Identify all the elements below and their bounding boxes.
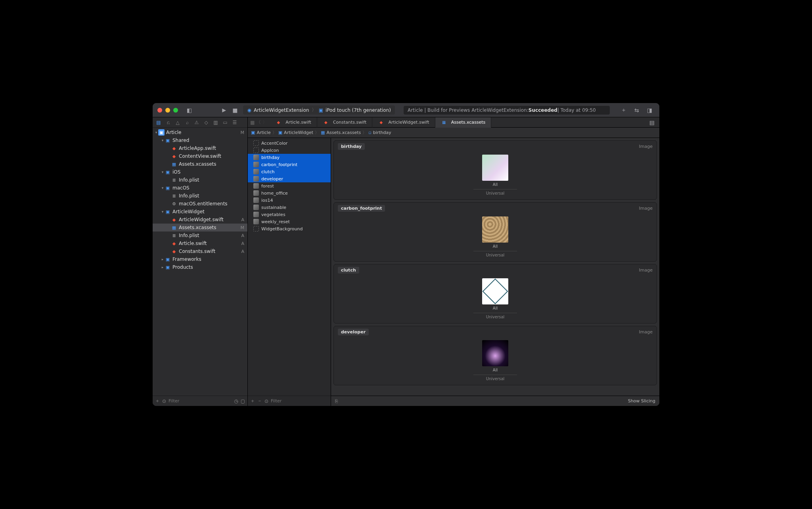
scheme-selector[interactable]: ◉ ArticleWidgetExtension 〉 ▣ iPod touch … <box>243 105 395 115</box>
asset-catalog-body: AccentColorAppIconbirthdaycarbon_footpri… <box>248 138 659 406</box>
sidebar-left-icon[interactable]: ◧ <box>184 107 194 113</box>
nav-back-icon[interactable]: 〈 <box>256 119 261 126</box>
asset-item-appicon[interactable]: AppIcon <box>248 147 331 154</box>
crumb-article[interactable]: ▣Article <box>251 130 271 135</box>
asset-detail-groups: birthday Image All Universal carbon_foot… <box>331 138 659 396</box>
tab-assets.xcassets[interactable]: ▦Assets.xcassets <box>435 117 492 128</box>
report-navigator-tab[interactable]: ☰ <box>230 118 239 127</box>
file-assets.xcassets[interactable]: ▦Assets.xcassetsM <box>153 224 247 232</box>
group-ios[interactable]: ▾▣iOS <box>153 168 247 176</box>
group-title: developer <box>338 329 369 335</box>
nav-forward-icon[interactable]: 〉 <box>262 119 267 126</box>
crumb-articlewidget[interactable]: ▣ArticleWidget <box>278 130 313 135</box>
asset-filter-icon[interactable]: ⊙ <box>264 398 268 404</box>
scheme-target: ArticleWidgetExtension <box>254 107 309 113</box>
run-button[interactable]: ▶ <box>220 107 228 113</box>
asset-item-accentcolor[interactable]: AccentColor <box>248 140 331 147</box>
filter-scope-icon[interactable]: ⊙ <box>162 398 166 404</box>
image-slot[interactable]: All Universal <box>473 340 517 381</box>
run-controls: ▶ ■ <box>220 107 240 113</box>
symbol-navigator-tab[interactable]: △ <box>173 118 182 127</box>
project-navigator-tab[interactable]: ▤ <box>154 118 163 127</box>
asset-group-developer: developer Image All Universal <box>333 326 657 385</box>
group-products[interactable]: ▸▣Products <box>153 263 247 271</box>
test-navigator-tab[interactable]: ◇ <box>202 118 211 127</box>
image-thumbnail <box>482 340 508 366</box>
find-navigator-tab[interactable]: ⌕ <box>183 118 192 127</box>
image-thumbnail <box>482 155 508 181</box>
image-slot[interactable]: All Universal <box>473 278 517 319</box>
image-slot[interactable]: All Universal <box>473 155 517 195</box>
asset-item-ios14[interactable]: ios14 <box>248 197 331 204</box>
asset-item-home_office[interactable]: home_office <box>248 189 331 197</box>
file-info.plist[interactable]: ≣Info.plist <box>153 192 247 200</box>
navigator-filter-input[interactable] <box>169 398 232 404</box>
tab-article.swift[interactable]: ◆Article.swift <box>270 117 317 128</box>
stop-button[interactable]: ■ <box>230 107 240 113</box>
file-constants.swift[interactable]: ◆Constants.swiftA <box>153 247 247 255</box>
asset-filter-input[interactable] <box>271 398 328 404</box>
issue-navigator-tab[interactable]: ⚠ <box>192 118 201 127</box>
group-shared[interactable]: ▾▣Shared <box>153 136 247 144</box>
asset-item-clutch[interactable]: clutch <box>248 168 331 175</box>
file-article.swift[interactable]: ◆Article.swiftA <box>153 239 247 247</box>
tab-constants.swift[interactable]: ◆Constants.swift <box>317 117 372 128</box>
add-tab-icon[interactable]: ＋ <box>619 107 629 114</box>
group-type-label: Image <box>639 206 653 211</box>
add-icon[interactable]: ＋ <box>155 398 160 404</box>
asset-item-vegetables[interactable]: vegetables <box>248 211 331 218</box>
asset-item-birthday[interactable]: birthday <box>248 154 331 161</box>
asset-item-widgetbackground[interactable]: WidgetBackground <box>248 225 331 232</box>
code-review-icon[interactable]: ⇆ <box>632 107 642 113</box>
editor-options-icon[interactable]: ▤ <box>647 119 657 126</box>
related-items-icon[interactable]: ▦ <box>250 120 255 125</box>
asset-item-developer[interactable]: developer <box>248 175 331 182</box>
file-contentview.swift[interactable]: ◆ContentView.swift <box>153 152 247 160</box>
navigator-filter-bar: ＋ ⊙ ◷ ▢ <box>153 396 247 406</box>
file-articleapp.swift[interactable]: ◆ArticleApp.swift <box>153 144 247 152</box>
asset-remove-icon[interactable]: － <box>257 398 262 404</box>
close-window[interactable] <box>157 108 162 113</box>
crumb-birthday[interactable]: ▫birthday <box>368 130 391 135</box>
file-info.plist[interactable]: ≣Info.plistA <box>153 232 247 239</box>
project-root[interactable]: ▾▣ArticleM <box>153 128 247 136</box>
open-tabs: ◆Article.swift◆Constants.swift◆ArticleWi… <box>270 117 644 128</box>
crumb-assets.xcassets[interactable]: ▦Assets.xcassets <box>321 130 361 135</box>
group-macos[interactable]: ▾▣macOS <box>153 184 247 192</box>
debug-navigator-tab[interactable]: ▥ <box>211 118 220 127</box>
source-control-tab[interactable]: ⎌ <box>164 118 172 127</box>
project-tree[interactable]: ▾▣ArticleM▾▣Shared◆ArticleApp.swift◆Cont… <box>153 128 247 396</box>
file-macos.entitlements[interactable]: ⚙macOS.entitlements <box>153 200 247 208</box>
tab-history-nav: ▦ 〈 〉 <box>248 119 270 126</box>
group-frameworks[interactable]: ▸▣Frameworks <box>153 255 247 263</box>
show-slicing-button[interactable]: Show Slicing <box>628 398 655 404</box>
recent-filter-icon[interactable]: ◷ <box>234 398 238 404</box>
jump-bar[interactable]: ▣Article〉▣ArticleWidget〉▦Assets.xcassets… <box>248 128 659 138</box>
content-area: ▤ ⎌ △ ⌕ ⚠ ◇ ▥ ▭ ☰ ▾▣ArticleM▾▣Shared◆Art… <box>153 117 659 406</box>
asset-filter-bar: ＋ － ⊙ <box>248 396 331 406</box>
minimize-window[interactable] <box>165 108 170 113</box>
file-assets.xcassets[interactable]: ▦Assets.xcassets <box>153 160 247 168</box>
file-info.plist[interactable]: ≣Info.plist <box>153 176 247 184</box>
group-articlewidget[interactable]: ▾▣ArticleWidget <box>153 208 247 216</box>
zoom-window[interactable] <box>173 108 178 113</box>
tab-articlewidget.swift[interactable]: ◆ArticleWidget.swift <box>372 117 435 128</box>
asset-detail-footer: ⎘ Show Slicing <box>331 396 659 406</box>
asset-item-carbon_footprint[interactable]: carbon_footprint <box>248 161 331 168</box>
asset-list[interactable]: AccentColorAppIconbirthdaycarbon_footpri… <box>248 138 331 396</box>
image-slot[interactable]: All Universal <box>473 216 517 257</box>
slot-label: All <box>493 182 498 187</box>
file-articlewidget.swift[interactable]: ◆ArticleWidget.swiftA <box>153 216 247 224</box>
sidebar-right-icon[interactable]: ◨ <box>645 107 655 113</box>
asset-add-icon[interactable]: ＋ <box>250 398 255 404</box>
asset-item-weekly_reset[interactable]: weekly_reset <box>248 218 331 225</box>
asset-item-sustainable[interactable]: sustainable <box>248 204 331 211</box>
asset-item-forest[interactable]: forest <box>248 182 331 189</box>
slot-sublabel: Universal <box>473 375 517 381</box>
breakpoint-navigator-tab[interactable]: ▭ <box>221 118 230 127</box>
clipboard-icon[interactable]: ⎘ <box>335 398 338 404</box>
group-type-label: Image <box>639 144 653 149</box>
scm-filter-icon[interactable]: ▢ <box>241 398 245 404</box>
group-type-label: Image <box>639 329 653 335</box>
xcode-window: ◧ ▶ ■ ◉ ArticleWidgetExtension 〉 ▣ iPod … <box>152 103 660 406</box>
